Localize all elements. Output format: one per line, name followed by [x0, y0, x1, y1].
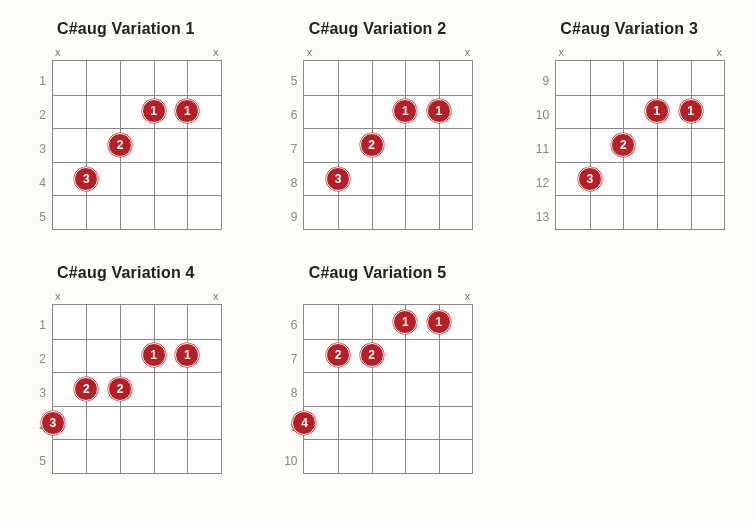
finger-dot: 3 [41, 411, 65, 435]
fret-labels: 56789 [281, 64, 297, 234]
finger-dot: 3 [74, 167, 98, 191]
finger-dot: 2 [108, 133, 132, 157]
finger-dot: 1 [393, 310, 417, 334]
chord-title: C#aug Variation 2 [309, 20, 447, 38]
finger-dot: 1 [175, 99, 199, 123]
mute-row: xx [555, 46, 725, 58]
fret-number: 1 [30, 308, 46, 342]
fret-number: 9 [281, 200, 297, 234]
fret-number: 11 [533, 132, 549, 166]
mute-marker: x [461, 46, 473, 58]
fret-number: 6 [281, 308, 297, 342]
fret-number: 12 [533, 166, 549, 200]
mute-marker [115, 46, 127, 58]
finger-dot: 1 [393, 99, 417, 123]
fret-number: 9 [533, 64, 549, 98]
mute-marker: x [210, 46, 222, 58]
mute-marker: x [210, 290, 222, 302]
finger-dot: 2 [74, 377, 98, 401]
finger-dot: 1 [427, 99, 451, 123]
mute-marker [398, 290, 410, 302]
mute-marker [650, 46, 662, 58]
mute-marker [83, 46, 95, 58]
mute-marker [147, 46, 159, 58]
mute-marker [430, 46, 442, 58]
fret-number: 10 [281, 444, 297, 478]
finger-dot: 1 [142, 343, 166, 367]
fret-number: 5 [30, 444, 46, 478]
fret-number: 2 [30, 342, 46, 376]
diagram-area: 12345xx1123 [30, 46, 222, 234]
fret-number: 4 [30, 166, 46, 200]
chord-diagram: C#aug Variation 112345xx1123 [20, 20, 232, 234]
diagram-area: 678910x11224 [281, 290, 473, 478]
finger-dot: 2 [360, 133, 384, 157]
finger-dot: 1 [679, 99, 703, 123]
mute-marker [398, 46, 410, 58]
fretboard: 1123 [52, 60, 222, 230]
fret-labels: 12345 [30, 308, 46, 478]
fret-number: 8 [281, 166, 297, 200]
fretboard: 1123 [303, 60, 473, 230]
mute-marker: x [52, 46, 64, 58]
chord-diagram: C#aug Variation 256789xx1123 [272, 20, 484, 234]
finger-dot: 1 [175, 343, 199, 367]
mute-row: xx [52, 290, 222, 302]
fret-labels: 910111213 [533, 64, 549, 234]
finger-dot: 2 [611, 133, 635, 157]
fret-labels: 678910 [281, 308, 297, 478]
finger-dot: 2 [360, 343, 384, 367]
mute-marker [587, 46, 599, 58]
mute-row: xx [303, 46, 473, 58]
finger-dot: 3 [326, 167, 350, 191]
fretboard: 11224 [303, 304, 473, 474]
chord-diagram: C#aug Variation 412345xx11223 [20, 264, 232, 478]
mute-marker: x [713, 46, 725, 58]
mute-row: xx [52, 46, 222, 58]
mute-marker [303, 290, 315, 302]
mute-row: x [303, 290, 473, 302]
mute-marker: x [555, 46, 567, 58]
mute-marker [147, 290, 159, 302]
chord-diagram: C#aug Variation 5678910x11224 [272, 264, 484, 478]
mute-marker [178, 46, 190, 58]
fret-number: 5 [281, 64, 297, 98]
finger-dot: 1 [645, 99, 669, 123]
mute-marker [367, 46, 379, 58]
fret-labels: 12345 [30, 64, 46, 234]
fret-number: 2 [30, 98, 46, 132]
mute-marker [618, 46, 630, 58]
chord-title: C#aug Variation 5 [309, 264, 447, 282]
mute-marker: x [303, 46, 315, 58]
fretboard: 1123 [555, 60, 725, 230]
chord-diagram: C#aug Variation 3910111213xx1123 [523, 20, 735, 234]
mute-marker [335, 290, 347, 302]
finger-dot: 1 [427, 310, 451, 334]
chord-title: C#aug Variation 4 [57, 264, 195, 282]
fret-number: 3 [30, 376, 46, 410]
mute-marker [367, 290, 379, 302]
fret-number: 5 [30, 200, 46, 234]
fret-number: 6 [281, 98, 297, 132]
mute-marker [430, 290, 442, 302]
fret-number: 7 [281, 132, 297, 166]
fretboard: 11223 [52, 304, 222, 474]
finger-dot: 2 [108, 377, 132, 401]
fret-number: 8 [281, 376, 297, 410]
fret-number: 1 [30, 64, 46, 98]
mute-marker [178, 290, 190, 302]
fret-number: 7 [281, 342, 297, 376]
finger-dot: 3 [578, 167, 602, 191]
mute-marker [335, 46, 347, 58]
chord-title: C#aug Variation 1 [57, 20, 195, 38]
mute-marker [83, 290, 95, 302]
diagram-area: 910111213xx1123 [533, 46, 725, 234]
fret-number: 3 [30, 132, 46, 166]
fret-number: 13 [533, 200, 549, 234]
mute-marker [682, 46, 694, 58]
finger-dot: 2 [326, 343, 350, 367]
chord-title: C#aug Variation 3 [560, 20, 698, 38]
diagram-area: 12345xx11223 [30, 290, 222, 478]
mute-marker [115, 290, 127, 302]
diagram-area: 56789xx1123 [281, 46, 473, 234]
